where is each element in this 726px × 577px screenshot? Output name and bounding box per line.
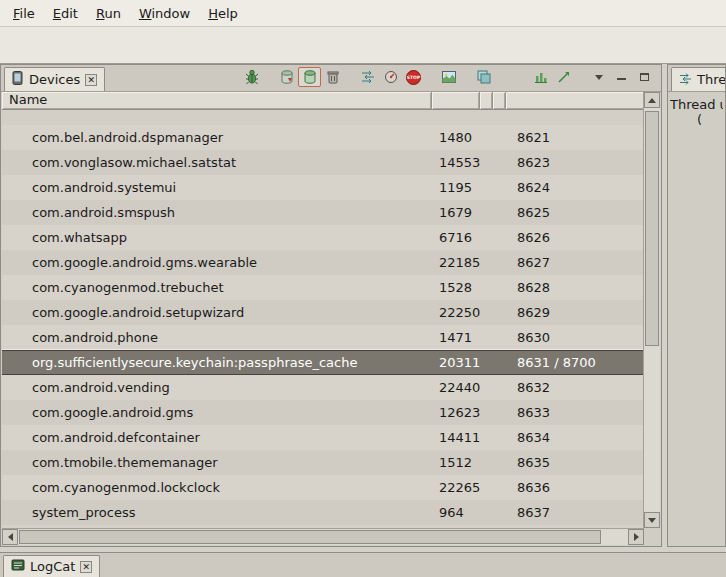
table-row[interactable]: com.tmobile.thememanager15128635: [2, 450, 645, 475]
view-menu-chevron-icon[interactable]: [587, 67, 610, 87]
cell-pid: 1195: [432, 175, 480, 200]
table-header: Name: [2, 92, 645, 110]
cell-pid: 1480: [432, 125, 480, 150]
horizontal-scrollbar[interactable]: [2, 528, 644, 545]
table-row[interactable]: com.android.phone14718630: [2, 325, 645, 350]
menu-run[interactable]: Run: [87, 3, 130, 24]
cell-c3: [480, 325, 493, 350]
cell-c4: [493, 500, 506, 525]
dump-hprof-icon[interactable]: [275, 67, 298, 87]
cell-pid: 22185: [432, 250, 480, 275]
cell-name: system_process: [2, 500, 432, 525]
scroll-down-icon[interactable]: [644, 512, 660, 528]
view-hierarchy-icon[interactable]: [472, 67, 495, 87]
table-row[interactable]: com.bel.android.dspmanager14808621: [2, 125, 645, 150]
device-table-body: com.bel.android.dspmanager14808621com.vo…: [2, 110, 645, 528]
stop-process-icon[interactable]: STOP: [402, 67, 425, 87]
maximize-icon[interactable]: [633, 67, 656, 87]
menu-file[interactable]: File: [4, 3, 44, 24]
devices-view-toolbar: STOP: [240, 67, 661, 91]
devices-tabbar: Devices ✕ STOP: [1, 65, 661, 92]
tab-logcat[interactable]: LogCat ✕: [3, 555, 100, 577]
cell-name: com.cyanogenmod.lockclock: [2, 475, 432, 500]
table-row[interactable]: com.google.android.gms.wearable221858627: [2, 250, 645, 275]
table-row[interactable]: com.android.systemui11958624: [2, 175, 645, 200]
main-area: Devices ✕ STOP Na: [0, 64, 726, 552]
cell-name: com.vonglasow.michael.satstat: [2, 150, 432, 175]
cell-pid: 14553: [432, 150, 480, 175]
column-header-pid[interactable]: [432, 92, 480, 109]
app-window: { "ui": { "close_glyph": "✕" }, "menu_ba…: [0, 0, 726, 577]
scroll-left-icon[interactable]: [2, 529, 18, 545]
cell-port: 8637: [506, 500, 645, 525]
tab-threads[interactable]: Threa: [671, 67, 726, 91]
scroll-right-icon[interactable]: [628, 529, 644, 545]
table-row[interactable]: com.google.android.setupwizard222508629: [2, 300, 645, 325]
cell-name: com.cyanogenmod.trebuchet: [2, 275, 432, 300]
vertical-scrollbar[interactable]: [643, 92, 660, 528]
table-row[interactable]: com.android.vending224408632: [2, 375, 645, 400]
table-row[interactable]: system_process9648637: [2, 500, 645, 525]
method-profiling-icon[interactable]: [379, 67, 402, 87]
tab-logcat-label: LogCat: [30, 559, 75, 574]
tab-logcat-close-icon[interactable]: ✕: [80, 561, 92, 573]
cell-c4: [493, 200, 506, 225]
cell-c4: [493, 400, 506, 425]
cell-pid: 20311: [432, 351, 480, 374]
tab-devices[interactable]: Devices ✕: [4, 67, 105, 91]
cell-port: 8633: [506, 400, 645, 425]
menu-edit[interactable]: Edit: [44, 3, 87, 24]
cell-c4: [493, 351, 506, 374]
cell-port: 8634: [506, 425, 645, 450]
cell-port: 8629: [506, 300, 645, 325]
cell-c3: [480, 500, 493, 525]
column-header-port[interactable]: [506, 92, 645, 109]
cell-pid: 964: [432, 500, 480, 525]
column-header-heap[interactable]: [480, 92, 493, 109]
tab-devices-close-icon[interactable]: ✕: [85, 74, 97, 86]
logcat-strip: LogCat ✕: [0, 552, 726, 577]
vertical-scrollbar-thumb[interactable]: [645, 111, 659, 346]
cell-c3: [480, 475, 493, 500]
column-header-name[interactable]: Name: [2, 92, 432, 109]
screen-capture-icon[interactable]: [437, 67, 460, 87]
table-row[interactable]: com.cyanogenmod.lockclock222658636: [2, 475, 645, 500]
table-row[interactable]: com.google.android.gms126238633: [2, 400, 645, 425]
cell-name: com.android.phone: [2, 325, 432, 350]
menu-window[interactable]: Window: [130, 3, 199, 24]
cell-c4: [493, 125, 506, 150]
update-heap-icon[interactable]: [298, 67, 321, 87]
column-header-threads[interactable]: [493, 92, 506, 109]
cell-name: com.android.defcontainer: [2, 425, 432, 450]
cell-c4: [493, 450, 506, 475]
cell-c3: [480, 275, 493, 300]
debug-icon[interactable]: [240, 67, 263, 87]
opengl-trace-icon[interactable]: [552, 67, 575, 87]
table-row[interactable]: com.vonglasow.michael.satstat145538623: [2, 150, 645, 175]
update-threads-icon[interactable]: [356, 67, 379, 87]
cell-port: 8628: [506, 275, 645, 300]
table-row[interactable]: com.android.smspush16798625: [2, 200, 645, 225]
cell-port: 8625: [506, 200, 645, 225]
cell-c4: [493, 175, 506, 200]
cell-pid: 6716: [432, 225, 480, 250]
cell-pid: 14411: [432, 425, 480, 450]
table-row-selected[interactable]: org.sufficientlysecure.keychain:passphra…: [2, 350, 645, 375]
cell-pid: 22265: [432, 475, 480, 500]
horizontal-scrollbar-thumb[interactable]: [19, 530, 601, 544]
systrace-icon[interactable]: [529, 67, 552, 87]
cell-pid: 12623: [432, 400, 480, 425]
cell-port: 8630: [506, 325, 645, 350]
cell-c3: [480, 375, 493, 400]
minimize-icon[interactable]: [610, 67, 633, 87]
table-row[interactable]: com.whatsapp67168626: [2, 225, 645, 250]
scroll-up-icon[interactable]: [644, 92, 660, 108]
table-row[interactable]: com.cyanogenmod.trebuchet15288628: [2, 275, 645, 300]
table-row[interactable]: com.android.defcontainer144118634: [2, 425, 645, 450]
cell-port: 8635: [506, 450, 645, 475]
menu-help[interactable]: Help: [199, 3, 247, 24]
cell-name: com.android.systemui: [2, 175, 432, 200]
threads-icon: [679, 72, 692, 88]
cause-gc-icon[interactable]: [321, 67, 344, 87]
tab-threads-label: Threa: [697, 72, 726, 87]
